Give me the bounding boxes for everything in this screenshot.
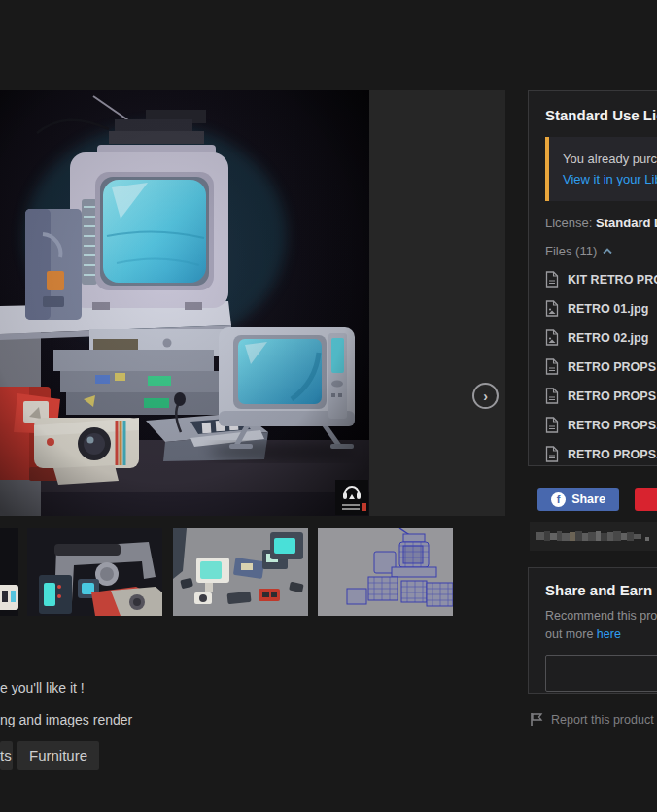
share-earn-title: Share and Earn [545, 582, 657, 598]
thumbnail-image [173, 528, 308, 616]
file-image-icon [545, 300, 559, 317]
license-panel-title: Standard Use License [545, 107, 657, 123]
file-doc-icon [545, 271, 559, 288]
share-earn-text-line1: Recommend this product and find [545, 609, 657, 623]
file-doc-icon [545, 358, 559, 375]
report-product[interactable]: Report this product [530, 712, 654, 727]
license-label: License: [545, 216, 592, 230]
files-label: Files (11) [545, 244, 597, 258]
license-row: License: Standard License [545, 216, 657, 230]
thumbnail-closeup-render[interactable] [27, 528, 162, 616]
file-doc-icon [545, 417, 559, 433]
file-row[interactable]: RETRO PROPS KIT [545, 358, 657, 375]
view-in-library-link[interactable]: View it in your Library. [563, 172, 657, 186]
artist-watermark-logo [335, 480, 368, 515]
file-row[interactable]: RETRO 01.jpg [545, 300, 657, 317]
file-row[interactable]: RETRO PROPS.max [545, 446, 657, 462]
pinterest-save-button[interactable]: P [635, 488, 657, 511]
file-row[interactable]: RETRO PROPS KIT [545, 388, 657, 404]
file-name: RETRO PROPS.max [568, 448, 657, 461]
facebook-share-button[interactable]: f Share [537, 488, 619, 511]
file-list: KIT RETRO PROPS RETRO 01.jpg RETRO 02.jp… [545, 271, 657, 462]
file-row[interactable]: RETRO 02.jpg [545, 329, 657, 346]
thumbnail-image [318, 528, 453, 616]
file-row[interactable]: RETRO PROPS.fbx [545, 417, 657, 433]
tag-clipped[interactable]: ts [0, 741, 13, 770]
share-earn-text-line2: out more [545, 627, 597, 641]
report-label: Report this product [551, 713, 654, 727]
chevron-up-icon [603, 248, 612, 254]
file-name: KIT RETRO PROPS [568, 273, 657, 287]
product-page: › [0, 0, 657, 812]
file-image-icon [545, 329, 559, 346]
file-name: RETRO 01.jpg [568, 302, 648, 316]
facebook-share-label: Share [571, 492, 605, 506]
license-panel: Standard Use License You already purchas… [528, 90, 657, 466]
facebook-icon: f [551, 492, 566, 507]
license-value: Standard License [596, 216, 657, 230]
file-doc-icon [545, 446, 559, 462]
product-render-image[interactable] [0, 90, 369, 516]
chevron-right-icon: › [483, 389, 488, 404]
file-name: RETRO PROPS KIT [568, 389, 657, 403]
find-out-more-link[interactable]: here [597, 627, 621, 641]
next-image-button[interactable]: › [472, 383, 499, 409]
file-doc-icon [545, 388, 559, 404]
file-row[interactable]: KIT RETRO PROPS [545, 271, 657, 288]
file-name: RETRO 02.jpg [568, 331, 648, 345]
files-toggle[interactable]: Files (11) [545, 244, 657, 258]
retro-props-render [0, 90, 369, 516]
purchased-notice-text: You already purchased this product. [563, 149, 657, 169]
pixelated-text [536, 528, 657, 544]
file-name: RETRO PROPS KIT [568, 360, 657, 374]
tag-furniture[interactable]: Furniture [17, 741, 99, 770]
share-earn-panel: Share and Earn Recommend this product an… [528, 567, 657, 694]
thumbnail-image [27, 528, 162, 616]
thumbnail-wireframe[interactable] [318, 528, 453, 616]
purchased-notice: You already purchased this product. View… [545, 137, 657, 201]
file-name: RETRO PROPS.fbx [568, 419, 657, 432]
description-line: e you'll like it ! [0, 680, 85, 695]
flag-icon [530, 712, 543, 727]
thumbnail-props-layout[interactable] [173, 528, 308, 616]
share-buttons: f Share P [537, 488, 657, 511]
description-line: ng and images render [0, 712, 132, 727]
thumbnail-image [0, 528, 18, 616]
image-viewer: › [0, 90, 505, 516]
referral-link-field[interactable] [545, 655, 657, 692]
share-earn-body: Recommend this product and find out more… [545, 607, 657, 644]
thumbnail-previous-partial[interactable] [0, 528, 18, 616]
censored-url-strip [530, 522, 657, 551]
